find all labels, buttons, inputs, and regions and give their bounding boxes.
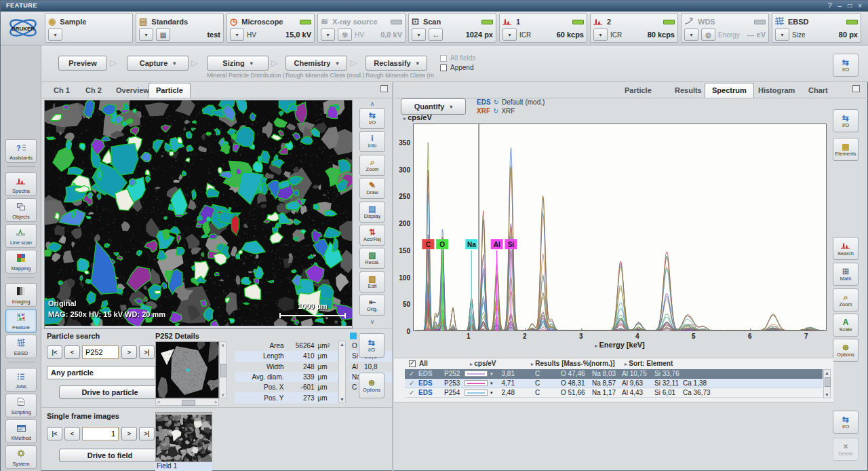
checkbox-all-fields[interactable]: All fields xyxy=(440,54,475,62)
panel-dropdown-button[interactable]: ▾ xyxy=(139,29,153,41)
elements-button[interactable]: ▦Elements xyxy=(833,138,859,161)
tab-ch-2[interactable]: Ch 2 xyxy=(79,83,108,97)
options-button[interactable]: ⊛Options xyxy=(359,373,384,398)
restore-button[interactable]: □ xyxy=(848,2,852,10)
recal--button[interactable]: ▧Recal. xyxy=(359,248,385,269)
checkbox-append[interactable]: Append xyxy=(440,64,473,71)
particle-detail-image[interactable] xyxy=(155,341,219,398)
i-o-button[interactable]: ⇆I/O xyxy=(359,108,385,129)
close-button[interactable]: × xyxy=(858,2,862,10)
tab-chart[interactable]: Chart xyxy=(802,83,835,97)
panel-1[interactable]: 1▾ICR60 kcps xyxy=(499,13,587,43)
first-field-button[interactable]: |< xyxy=(47,427,62,440)
tab-results[interactable]: Results xyxy=(668,83,709,97)
panel-x-ray-source[interactable]: ≋X-ray source▾☢HV0,0 kV xyxy=(317,13,406,43)
scan-width-icon[interactable]: ↔ xyxy=(429,29,443,41)
result-row-p254[interactable]: ✓EDSP254▾2,48CO 51,66Na 1,17Al 4,43Si 6,… xyxy=(405,388,823,398)
search-button[interactable]: Search xyxy=(833,237,859,260)
next-field-button[interactable]: > xyxy=(121,427,137,440)
field-number-input[interactable] xyxy=(82,427,119,440)
quantify-button[interactable]: Quantify▾ xyxy=(401,98,466,115)
strip-scroll-up[interactable]: ∧ xyxy=(359,100,385,107)
i-o-button[interactable]: ⇆I/O xyxy=(833,109,859,132)
sidebar-item-mapping[interactable]: Mapping xyxy=(5,250,37,274)
minimize-button[interactable]: – xyxy=(838,2,842,10)
sidebar-item-objects[interactable]: Objects xyxy=(5,198,37,222)
particle-filter-select[interactable]: Any particle ▾ xyxy=(47,366,166,379)
col-sort-header[interactable]: ▸ Sort: Element xyxy=(625,360,673,367)
i-o-button[interactable]: ⇆I/O xyxy=(359,333,384,358)
preview-button[interactable]: Preview xyxy=(58,56,107,71)
properties-scrollbar[interactable]: ▲ ▼ xyxy=(338,341,346,403)
panel-dropdown-button[interactable]: ▾ xyxy=(684,29,698,41)
panel-wds[interactable]: WDS▾◎Energy--- eV xyxy=(681,13,769,43)
field-thumbnail[interactable] xyxy=(155,412,212,462)
options-button[interactable]: ⊛Options xyxy=(833,339,859,362)
sidebar-item-spectra[interactable]: Spectra xyxy=(5,172,37,196)
info-button[interactable]: iInfo xyxy=(359,131,385,152)
panel-dropdown-button[interactable]: ▾ xyxy=(593,29,608,41)
edit-button[interactable]: ▨Edit xyxy=(359,271,385,293)
spectrum-plot[interactable]: CONaAlSi xyxy=(413,124,827,331)
prev-particle-button[interactable]: < xyxy=(64,345,80,359)
tab-particle[interactable]: Particle xyxy=(618,83,658,97)
panel-dropdown-button[interactable]: ▾ xyxy=(502,29,517,41)
col-results-header[interactable]: ▸ Results [Mass-%(norm.)] xyxy=(531,360,615,367)
math-button[interactable]: ⊞Math xyxy=(833,263,859,286)
tab-spectrum[interactable]: Spectrum xyxy=(705,83,754,98)
orig--button[interactable]: ⇤Orig. xyxy=(359,295,385,316)
i-o-button[interactable]: ⇆I/O xyxy=(833,411,859,434)
result-row-p252[interactable]: ✓EDSP252▾3,81CO 47,46Na 8,03Al 10,75Si 3… xyxy=(405,369,823,379)
particle-id-input[interactable] xyxy=(82,345,119,359)
strip-scroll-down[interactable]: ∨ xyxy=(359,318,385,325)
legend-row-eds[interactable]: EDS↻Default (mod.) xyxy=(477,98,545,107)
capture-button[interactable]: Capture▾ xyxy=(127,56,189,71)
reclassify-button[interactable]: Reclassify▾ xyxy=(366,56,427,71)
sidebar-item-feature[interactable]: Feature xyxy=(5,309,37,333)
drive-to-particle-button[interactable]: Drive to particle xyxy=(59,385,161,399)
prev-field-button[interactable]: < xyxy=(64,427,80,440)
panel-dropdown-button[interactable]: ▾ xyxy=(48,29,62,41)
draw-button[interactable]: ✎Draw xyxy=(359,178,385,199)
chemistry-button[interactable]: Chemistry▾ xyxy=(285,56,347,71)
legend-row-xrf[interactable]: XRF↻XRF xyxy=(477,107,545,115)
panel-dropdown-button[interactable]: ▾ xyxy=(321,29,335,41)
sizing-button[interactable]: Sizing▾ xyxy=(207,56,269,71)
sidebar-item-ebsd[interactable]: EBSD xyxy=(5,335,37,358)
last-particle-button[interactable]: >| xyxy=(139,345,155,359)
particle-classified-image[interactable] xyxy=(45,100,352,326)
tab-histogram[interactable]: Histogram xyxy=(751,83,802,97)
help-button[interactable]: ? xyxy=(828,2,832,10)
panel-ebsd[interactable]: EBSD▾Size80 px xyxy=(772,13,861,43)
panel-standards[interactable]: ▤Standards▾▤test xyxy=(136,13,224,43)
panel-sample[interactable]: ◉Sample▾ xyxy=(45,13,133,43)
zoom-button[interactable]: ⌕Zoom xyxy=(359,155,385,176)
sidebar-item-xmethod[interactable]: XMethod xyxy=(5,419,37,443)
maximize-right-pane-icon[interactable] xyxy=(852,85,860,92)
first-particle-button[interactable]: |< xyxy=(47,345,62,359)
io-button[interactable]: ⇆I/O xyxy=(833,54,859,77)
sidebar-item-imaging[interactable]: Imaging xyxy=(5,283,37,307)
display-button[interactable]: ▤Display xyxy=(359,202,385,223)
sidebar-item-assistants[interactable]: ?Assistants xyxy=(5,139,37,163)
zoom-button[interactable]: ⌕Zoom xyxy=(833,288,859,312)
sidebar-item-system[interactable]: System xyxy=(5,445,37,469)
panel-scan[interactable]: ⊡Scan▾↔1024 px xyxy=(408,13,496,43)
sidebar-item-line-scan[interactable]: Line scan xyxy=(5,224,37,248)
col-cps-header[interactable]: ▸ cps/eV xyxy=(470,360,496,367)
results-all-checkbox[interactable]: All xyxy=(409,360,428,367)
drive-to-field-button[interactable]: Drive to field xyxy=(59,449,161,462)
next-particle-button[interactable]: > xyxy=(121,345,137,359)
sidebar-item-jobs[interactable]: Jobs xyxy=(5,368,37,392)
detail-hscroll[interactable]: < > xyxy=(155,398,219,406)
result-row-p253[interactable]: ✓EDSP253▾4,71CO 48,31Na 8,57Al 9,63Si 32… xyxy=(405,379,823,388)
detail-vscroll[interactable]: ∧ ∨ xyxy=(219,341,226,398)
last-field-button[interactable]: >| xyxy=(139,427,155,440)
panel-dropdown-button[interactable]: ▾ xyxy=(412,29,426,41)
acc-rej-button[interactable]: ⇅Acc/Rej xyxy=(359,225,385,246)
panel-2[interactable]: 2▾ICR80 kcps xyxy=(590,13,678,43)
standards-manager-icon[interactable]: ▤ xyxy=(156,29,170,41)
panel-dropdown-button[interactable]: ▾ xyxy=(230,29,244,41)
panel-dropdown-button[interactable]: ▾ xyxy=(775,29,789,41)
tab-particle[interactable]: Particle xyxy=(149,83,191,98)
